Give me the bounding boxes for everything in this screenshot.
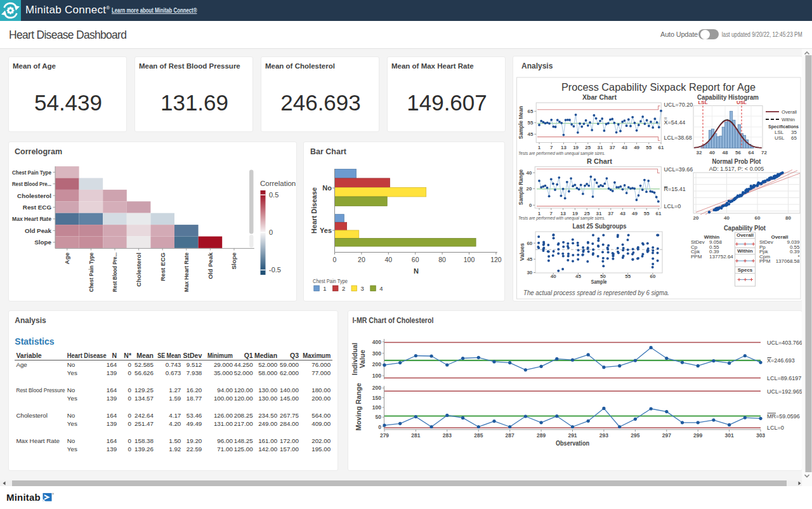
svg-text:72: 72 — [761, 150, 767, 155]
svg-text:53.46: 53.46 — [187, 412, 202, 419]
svg-text:LSL: LSL — [775, 129, 784, 135]
svg-text:303: 303 — [756, 432, 765, 439]
svg-text:37: 37 — [610, 145, 615, 150]
svg-text:No: No — [67, 361, 75, 368]
svg-text:44.250: 44.250 — [234, 361, 254, 368]
svg-text:Tests are performed with unequ: Tests are performed with unequal sample … — [518, 215, 605, 221]
svg-text:PPM: PPM — [759, 258, 771, 264]
svg-text:Within: Within — [782, 117, 795, 122]
svg-text:131.00: 131.00 — [214, 420, 233, 427]
svg-text:100: 100 — [372, 373, 381, 379]
svg-text:35: 35 — [791, 129, 797, 135]
svg-text:Max Heart Rate: Max Heart Rate — [12, 215, 51, 222]
svg-text:1.92: 1.92 — [169, 446, 181, 453]
svg-text:-0.5: -0.5 — [269, 266, 281, 274]
svg-text:52.000: 52.000 — [258, 361, 278, 368]
svg-text:0: 0 — [128, 361, 132, 368]
svg-text:Cholesterol: Cholesterol — [17, 192, 51, 199]
svg-text:301: 301 — [725, 432, 734, 439]
svg-text:150: 150 — [372, 395, 381, 401]
svg-text:Mean: Mean — [136, 352, 154, 359]
svg-text:43: 43 — [620, 211, 625, 216]
svg-text:299: 299 — [693, 432, 702, 439]
svg-text:Moving Range: Moving Range — [355, 383, 362, 430]
svg-text:18.77: 18.77 — [187, 395, 202, 402]
svg-text:200: 200 — [372, 385, 381, 391]
svg-text:56: 56 — [735, 150, 741, 155]
svg-text:76.000: 76.000 — [311, 361, 331, 368]
svg-text:20: 20 — [693, 215, 699, 221]
svg-text:Chest Pain Type: Chest Pain Type — [12, 169, 51, 176]
svg-text:49: 49 — [634, 145, 639, 150]
svg-text:49.49: 49.49 — [187, 420, 202, 427]
svg-text:40: 40 — [551, 274, 556, 279]
svg-text:249.00: 249.00 — [258, 420, 278, 427]
svg-text:4.20: 4.20 — [169, 420, 181, 427]
svg-text:164: 164 — [107, 361, 117, 368]
svg-text:No: No — [67, 412, 75, 419]
svg-text:Yes: Yes — [67, 395, 77, 402]
svg-text:129.25: 129.25 — [134, 387, 154, 393]
svg-text:80: 80 — [438, 256, 446, 263]
svg-text:0: 0 — [333, 256, 337, 263]
svg-text:Age: Age — [63, 252, 70, 264]
svg-text:0: 0 — [128, 437, 132, 444]
svg-text:Slope: Slope — [34, 239, 51, 246]
svg-text:16.20: 16.20 — [187, 387, 202, 393]
svg-text:Specs: Specs — [738, 267, 753, 273]
svg-text:Yes: Yes — [67, 420, 77, 427]
svg-text:60: 60 — [650, 274, 655, 279]
svg-text:161.00: 161.00 — [258, 437, 278, 444]
svg-text:80: 80 — [785, 215, 791, 221]
svg-text:217.00: 217.00 — [234, 420, 254, 427]
svg-text:Overall: Overall — [771, 234, 788, 240]
svg-text:Cholesterol: Cholesterol — [135, 253, 142, 287]
svg-text:UCL=192.965: UCL=192.965 — [767, 388, 802, 395]
svg-text:Old Peak: Old Peak — [207, 252, 214, 279]
svg-text:409.00: 409.00 — [311, 420, 331, 427]
svg-text:Sample: Sample — [591, 279, 607, 285]
svg-text:0: 0 — [128, 446, 132, 453]
svg-text:251.47: 251.47 — [134, 420, 154, 427]
svg-text:120: 120 — [490, 256, 502, 263]
svg-text:148.25: 148.25 — [234, 437, 254, 444]
svg-text:61: 61 — [658, 145, 664, 150]
svg-text:Median: Median — [254, 352, 277, 359]
svg-text:Chest Pain Type: Chest Pain Type — [313, 277, 348, 284]
svg-text:R Chart: R Chart — [587, 157, 612, 165]
svg-text:0: 0 — [128, 395, 132, 402]
svg-text:1.59: 1.59 — [169, 395, 181, 402]
svg-text:Within: Within — [737, 248, 752, 254]
svg-text:Rest Blood Pressure: Rest Blood Pressure — [16, 387, 65, 393]
svg-text:142.00: 142.00 — [258, 446, 278, 453]
svg-text:0: 0 — [128, 387, 132, 393]
svg-text:202.00: 202.00 — [311, 437, 331, 444]
svg-text:0: 0 — [269, 228, 273, 236]
svg-text:52.585: 52.585 — [134, 361, 154, 368]
svg-text:9.512: 9.512 — [187, 361, 202, 368]
svg-text:I-MR Chart of Cholesterol: I-MR Chart of Cholesterol — [352, 316, 433, 325]
svg-text:Normal Prob Plot: Normal Prob Plot — [712, 157, 761, 165]
svg-text:65: 65 — [528, 109, 534, 114]
svg-text:120.00: 120.00 — [234, 387, 254, 393]
svg-text:Yes: Yes — [320, 227, 332, 234]
svg-text:77.000: 77.000 — [311, 369, 331, 376]
svg-text:UCL=403.766: UCL=403.766 — [767, 340, 802, 346]
svg-text:4.17: 4.17 — [169, 412, 181, 419]
svg-text:4: 4 — [379, 285, 383, 292]
svg-text:157.00: 157.00 — [280, 446, 299, 453]
svg-text:37: 37 — [608, 211, 613, 216]
svg-text:LCL=38.68: LCL=38.68 — [664, 135, 692, 141]
svg-text:19.20: 19.20 — [187, 437, 202, 444]
svg-text:Bar Chart: Bar Chart — [310, 147, 347, 156]
svg-text:285: 285 — [474, 432, 483, 439]
svg-text:0: 0 — [378, 424, 381, 430]
svg-text:0.5: 0.5 — [269, 191, 278, 199]
svg-text:145.00: 145.00 — [280, 395, 299, 402]
svg-text:StDev: StDev — [183, 352, 202, 359]
svg-text:No: No — [322, 184, 332, 192]
svg-text:Max Heart Rate: Max Heart Rate — [183, 252, 190, 291]
svg-text:Q3: Q3 — [290, 352, 299, 359]
svg-text:50: 50 — [376, 414, 382, 420]
svg-text:60: 60 — [527, 241, 532, 246]
